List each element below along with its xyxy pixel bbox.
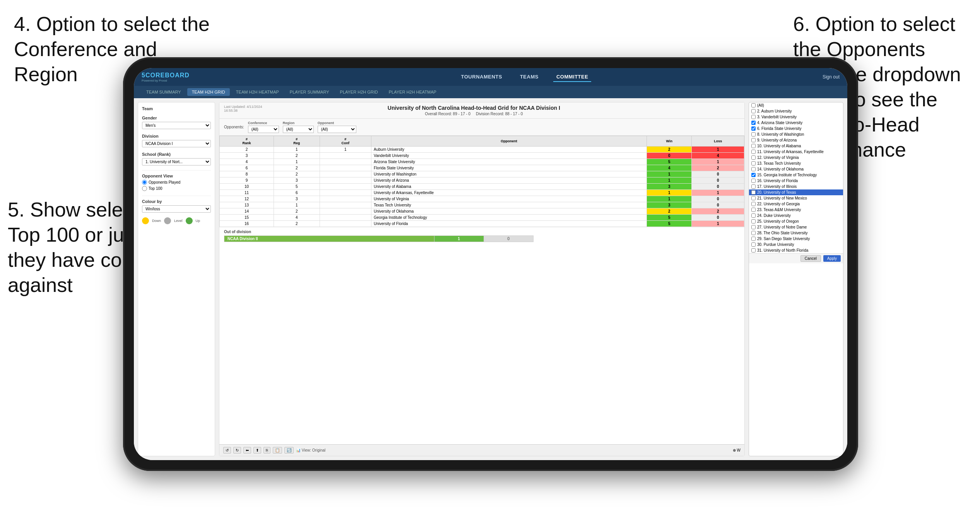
dropdown-opponent-item[interactable]: 23. Texas A&M University <box>749 207 843 213</box>
region-select[interactable]: (All) <box>283 126 314 133</box>
dropdown-opponent-item[interactable]: 16. University of Florida <box>749 178 843 184</box>
td-reg: 3 <box>274 177 320 184</box>
dropdown-opponent-item[interactable]: 22. University of Georgia <box>749 201 843 207</box>
td-loss: 1 <box>692 221 744 227</box>
dropdown-opponent-item[interactable]: 14. University of Oklahoma <box>749 166 843 172</box>
redo-btn[interactable]: ↻ <box>233 447 241 454</box>
copy-btn[interactable]: ⎘ <box>263 447 270 454</box>
sub-nav-team-h2h-grid[interactable]: TEAM H2H GRID <box>187 88 230 96</box>
td-loss: 1 <box>692 147 744 153</box>
opponents-played-radio[interactable]: Opponents Played <box>142 180 211 185</box>
dropdown-opponent-item[interactable]: 10. University of Alabama <box>749 143 843 149</box>
back-btn[interactable]: ⬅ <box>243 447 251 454</box>
opponent-select[interactable]: (All) <box>318 126 356 133</box>
opponents-label: Opponents: <box>224 125 244 129</box>
nav-committee[interactable]: COMMITTEE <box>553 72 592 82</box>
dropdown-opponent-item[interactable]: 25. University of Oregon <box>749 218 843 224</box>
td-rank: 16 <box>220 221 274 227</box>
dropdown-opponent-item[interactable]: 12. University of Virginia <box>749 155 843 160</box>
dropdown-opponent-item[interactable]: 2. Auburn University <box>749 108 843 114</box>
undo-btn[interactable]: ↺ <box>223 447 231 454</box>
td-conf <box>320 165 371 171</box>
level-dot <box>164 217 171 224</box>
paste-btn[interactable]: 📋 <box>273 447 282 454</box>
table-row: 2 1 1 Auburn University 2 1 <box>220 147 744 153</box>
colour-by-select[interactable]: Win/loss <box>142 205 211 213</box>
td-conf <box>320 215 371 221</box>
dropdown-opponent-item[interactable]: 30. Purdue University <box>749 242 843 247</box>
gender-section: Gender Men's Women's <box>142 116 211 129</box>
td-reg: 1 <box>274 202 320 208</box>
td-loss: 0 <box>692 177 744 184</box>
conference-select[interactable]: (All) <box>248 126 279 133</box>
cancel-button[interactable]: Cancel <box>800 255 821 262</box>
table-row: 14 2 University of Oklahoma 2 2 <box>220 208 744 215</box>
td-reg: 2 <box>274 208 320 215</box>
toolbar-bottom: ↺ ↻ ⬅ ⬆ ⎘ 📋 🔃 📊 View: Original ⊕ W <box>219 444 744 456</box>
dropdown-buttons: Cancel Apply <box>749 253 843 263</box>
td-win: 1 <box>647 190 692 196</box>
school-rank-label: School (Rank) <box>142 152 211 157</box>
th-rank: #Rank <box>220 136 274 147</box>
main-grid-panel: Last Updated: 4/11/2024 16:55:38 Univers… <box>219 102 745 456</box>
td-win: 3 <box>647 202 692 208</box>
sub-nav-player-h2h-grid[interactable]: PLAYER H2H GRID <box>335 88 383 96</box>
forward-btn[interactable]: ⬆ <box>253 447 261 454</box>
td-conf <box>320 159 371 165</box>
top-100-radio[interactable]: Top 100 <box>142 186 211 191</box>
dropdown-opponent-item[interactable]: 3. Vanderbilt University <box>749 114 843 120</box>
dropdown-opponent-item[interactable]: 21. University of New Mexico <box>749 195 843 201</box>
opponent-view-label: Opponent View <box>142 174 211 178</box>
dropdown-opponent-item[interactable]: 13. Texas Tech University <box>749 160 843 166</box>
dropdown-opponent-item[interactable]: 4. Arizona State University <box>749 120 843 126</box>
td-loss: 0 <box>692 196 744 202</box>
region-filter: Region (All) <box>283 121 314 133</box>
dropdown-opponent-item[interactable]: 24. Duke University <box>749 213 843 218</box>
td-reg: 6 <box>274 190 320 196</box>
dropdown-opponent-item[interactable]: 28. The Ohio State University <box>749 230 843 236</box>
dropdown-opponent-item[interactable]: 6. Florida State University <box>749 126 843 131</box>
table-row: 10 5 University of Alabama 3 0 <box>220 184 744 190</box>
overall-record: Overall Record: 89 - 17 - 0 <box>425 112 470 116</box>
division-select[interactable]: NCAA Division I <box>142 140 211 147</box>
opponent-view-radios: Opponents Played Top 100 <box>142 180 211 191</box>
dropdown-opponent-item[interactable]: 31. University of North Florida <box>749 247 843 253</box>
dropdown-opponent-item[interactable]: 15. Georgia Institute of Technology <box>749 172 843 178</box>
td-opponent: University of Oklahoma <box>371 208 647 215</box>
dropdown-opponent-item[interactable]: 29. San Diego State University <box>749 236 843 242</box>
logo-area: 5COREBOARD Powered by Prood <box>142 72 227 82</box>
dropdown-opponent-item[interactable]: 11. University of Arkansas, Fayetteville <box>749 149 843 155</box>
data-table: #Rank #Reg #Conf Opponent Win Loss <box>219 136 744 227</box>
nav-teams[interactable]: TEAMS <box>517 72 542 82</box>
dropdown-opponent-item[interactable]: 20. University of Texas <box>749 189 843 195</box>
refresh-btn[interactable]: 🔃 <box>284 447 294 454</box>
th-opponent: Opponent <box>371 136 647 147</box>
sub-nav-team-summary[interactable]: TEAM SUMMARY <box>142 88 186 96</box>
school-rank-select[interactable]: 1. University of Nort... <box>142 158 211 165</box>
dropdown-opponent-item[interactable]: 8. University of Washington <box>749 131 843 137</box>
gender-label: Gender <box>142 116 211 120</box>
apply-button[interactable]: Apply <box>823 255 841 262</box>
td-opponent: Arizona State University <box>371 159 647 165</box>
sub-nav-player-h2h-heatmap[interactable]: PLAYER H2H HEATMAP <box>384 88 441 96</box>
td-opponent: Vanderbilt University <box>371 153 647 159</box>
nav-tournaments[interactable]: TOURNAMENTS <box>458 72 505 82</box>
tablet-frame: 5COREBOARD Powered by Prood TOURNAMENTS … <box>123 57 858 471</box>
data-table-wrap[interactable]: #Rank #Reg #Conf Opponent Win Loss <box>219 136 744 444</box>
dropdown-opponent-item[interactable]: 17. University of Illinois <box>749 184 843 189</box>
sub-nav: TEAM SUMMARY TEAM H2H GRID TEAM H2H HEAT… <box>134 86 847 98</box>
sign-out-link[interactable]: Sign out <box>823 74 840 80</box>
dropdown-opponent-item[interactable]: 27. University of Notre Dame <box>749 224 843 230</box>
sub-nav-team-h2h-heatmap[interactable]: TEAM H2H HEATMAP <box>231 88 284 96</box>
td-win: 1 <box>647 171 692 177</box>
sub-nav-player-summary[interactable]: PLAYER SUMMARY <box>285 88 334 96</box>
td-opponent: University of Washington <box>371 171 647 177</box>
td-rank: 3 <box>220 153 274 159</box>
td-rank: 6 <box>220 165 274 171</box>
td-reg: 4 <box>274 215 320 221</box>
dropdown-opponent-item[interactable]: 9. University of Arizona <box>749 137 843 143</box>
dropdown-opponent-item[interactable]: (All) <box>749 102 843 108</box>
gender-select[interactable]: Men's Women's <box>142 122 211 129</box>
td-loss: 2 <box>692 208 744 215</box>
table-header-row: #Rank #Reg #Conf Opponent Win Loss <box>220 136 744 147</box>
